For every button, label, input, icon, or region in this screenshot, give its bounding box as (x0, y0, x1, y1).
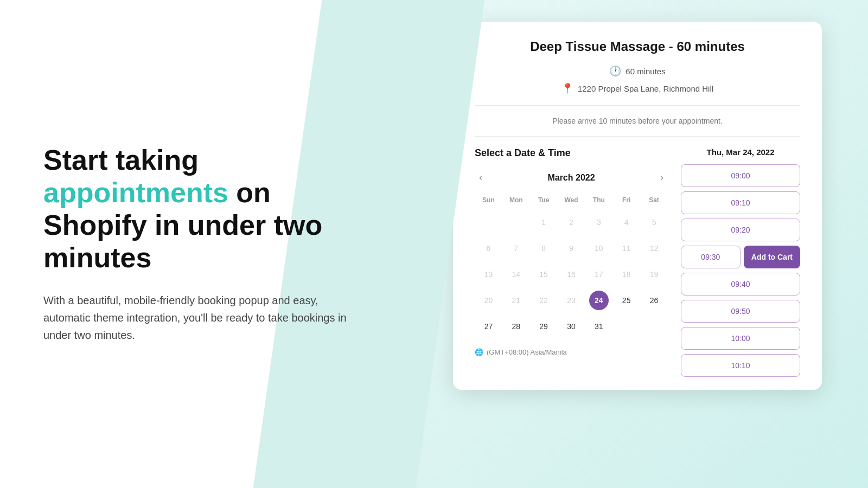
time-slots-container: 09:0009:1009:2009:30Add to Cart09:4009:5… (681, 164, 800, 377)
calendar-day-cell: 21 (502, 287, 530, 313)
calendar-day-cell: 17 (585, 261, 612, 287)
left-content: Start taking appointments on Shopify in … (43, 144, 363, 343)
timezone-text: (GMT+08:00) Asia/Manila (487, 348, 567, 356)
calendar-day[interactable]: 24 (589, 291, 609, 310)
calendar-day: 12 (644, 239, 664, 258)
calendar-header-row: SunMonTueWedThuFriSat (475, 194, 668, 209)
duration-row: 🕐 60 minutes (475, 65, 800, 77)
calendar-day: 16 (561, 265, 581, 284)
calendar-day-cell: 22 (530, 287, 558, 313)
calendar-day-cell: 15 (530, 261, 558, 287)
calendar-day: 2 (561, 213, 581, 232)
time-slot-button[interactable]: 09:00 (681, 164, 800, 187)
calendar-week-row: 13141516171819 (475, 261, 668, 287)
timeslot-section: Thu, Mar 24, 2022 09:0009:1009:2009:30Ad… (681, 147, 800, 377)
calendar-day-cell: 19 (640, 261, 668, 287)
calendar-day-cell: 4 (612, 209, 640, 235)
time-slot-button[interactable]: 10:10 (681, 354, 800, 377)
calendar-week-row: 6789101112 (475, 235, 668, 261)
calendar-day-cell: 9 (558, 235, 585, 261)
time-slot-button[interactable]: 09:10 (681, 191, 800, 214)
calendar-day[interactable]: 31 (589, 317, 609, 336)
calendar-day-cell: 1 (530, 209, 558, 235)
calendar-day-cell: 27 (475, 313, 502, 339)
time-slot-button[interactable]: 09:40 (681, 273, 800, 296)
calendar-day-cell: 26 (640, 287, 668, 313)
time-slot-button[interactable]: 09:20 (681, 219, 800, 241)
calendar-day: 9 (561, 239, 581, 258)
calendar-day-cell (612, 313, 640, 339)
calendar-day[interactable]: 25 (617, 291, 636, 310)
card-title: Deep Tissue Massage - 60 minutes (475, 39, 800, 54)
calendar-day-cell: 16 (558, 261, 585, 287)
calendar-day-cell: 29 (530, 313, 558, 339)
calendar-week-row: 2728293031 (475, 313, 668, 339)
calendar-day-cell: 5 (640, 209, 668, 235)
calendar-day-cell: 3 (585, 209, 612, 235)
calendar-header: ‹ March 2022 › (475, 170, 668, 185)
location-text: 1220 Propel Spa Lane, Richmond Hill (578, 84, 713, 93)
headline: Start taking appointments on Shopify in … (43, 144, 363, 274)
calendar-day: 13 (478, 265, 498, 284)
calendar-day-cell: 2 (558, 209, 585, 235)
time-slot-button[interactable]: 09:30 (681, 246, 741, 268)
calendar-grid: SunMonTueWedThuFriSat 123456789101112131… (475, 194, 668, 339)
notice-text: Please arrive 10 minutes before your app… (475, 117, 800, 125)
calendar-week-row: 12345 (475, 209, 668, 235)
calendar-day-cell: 6 (475, 235, 502, 261)
calendar-body: 1234567891011121314151617181920212223242… (475, 209, 668, 339)
calendar-day: 3 (589, 213, 609, 232)
calendar-day: 6 (478, 239, 498, 258)
calendar-day-cell: 24 (585, 287, 612, 313)
headline-part1: Start taking (43, 144, 199, 176)
timezone-row: 🌐 (GMT+08:00) Asia/Manila (475, 348, 668, 356)
calendar-day: 4 (617, 213, 636, 232)
calendar-day: 10 (589, 239, 609, 258)
calendar-day: 1 (534, 213, 553, 232)
calendar-day-cell: 7 (502, 235, 530, 261)
calendar-day-cell: 11 (612, 235, 640, 261)
calendar-day-cell: 8 (530, 235, 558, 261)
calendar-week-row: 20212223242526 (475, 287, 668, 313)
calendar-day[interactable]: 29 (534, 317, 553, 336)
calendar-day-header: Sat (640, 194, 668, 209)
time-slot-button[interactable]: 09:50 (681, 300, 800, 323)
calendar-day-header: Wed (558, 194, 585, 209)
calendar-day[interactable]: 28 (506, 317, 526, 336)
calendar-day-header: Mon (502, 194, 530, 209)
prev-month-button[interactable]: ‹ (475, 170, 487, 185)
calendar-day-cell: 23 (558, 287, 585, 313)
calendar-day-cell: 12 (640, 235, 668, 261)
calendar-day-header: Fri (612, 194, 640, 209)
divider-1 (475, 105, 800, 106)
calendar-day: 8 (534, 239, 553, 258)
booking-body: Select a Date & Time ‹ March 2022 › SunM… (475, 147, 800, 377)
add-to-cart-button[interactable]: Add to Cart (744, 246, 800, 268)
calendar-day-cell: 30 (558, 313, 585, 339)
calendar-day-cell: 25 (612, 287, 640, 313)
calendar-day-cell: 18 (612, 261, 640, 287)
calendar-day: 5 (644, 213, 664, 232)
time-slot-button[interactable]: 10:00 (681, 327, 800, 350)
next-month-button[interactable]: › (656, 170, 668, 185)
calendar-month-label: March 2022 (547, 173, 595, 183)
calendar-day: 14 (506, 265, 526, 284)
globe-icon: 🌐 (475, 348, 483, 356)
calendar-day: 18 (617, 265, 636, 284)
time-slot-row: 09:30Add to Cart (681, 246, 800, 268)
calendar-day[interactable]: 27 (478, 317, 498, 336)
calendar-day-header: Thu (585, 194, 612, 209)
calendar-day: 11 (617, 239, 636, 258)
calendar-day-header: Sun (475, 194, 502, 209)
section-title: Select a Date & Time (475, 147, 668, 159)
clock-icon: 🕐 (609, 65, 621, 77)
calendar-day[interactable]: 26 (644, 291, 664, 310)
calendar-day-cell: 28 (502, 313, 530, 339)
duration-text: 60 minutes (626, 67, 665, 76)
calendar-day: 23 (561, 291, 581, 310)
selected-date-label: Thu, Mar 24, 2022 (681, 147, 800, 157)
calendar-day[interactable]: 30 (561, 317, 581, 336)
calendar-day: 7 (506, 239, 526, 258)
calendar-day-header: Tue (530, 194, 558, 209)
right-panel: Deep Tissue Massage - 60 minutes 🕐 60 mi… (407, 0, 868, 488)
